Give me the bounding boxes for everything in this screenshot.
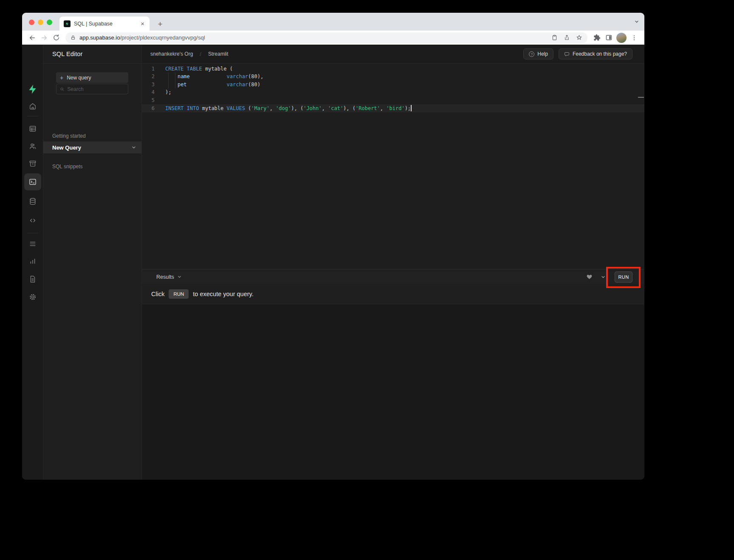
main-content: snehankekre's Org / Streamlit ? Help Fee… — [142, 45, 644, 480]
forward-icon[interactable] — [38, 32, 50, 44]
code-line-5: 5 — [142, 96, 644, 105]
code-line-2: 2 name varchar(80), — [142, 73, 644, 81]
message-suffix: to execute your query. — [193, 291, 253, 297]
line-number: 5 — [142, 96, 155, 105]
reload-icon[interactable] — [50, 32, 62, 44]
results-empty-area — [142, 304, 644, 480]
plus-icon: + — [60, 75, 63, 81]
tab-title: SQL | Supabase — [74, 21, 139, 27]
settings-gear-icon[interactable] — [28, 293, 37, 301]
auth-users-icon[interactable] — [28, 142, 37, 150]
database-icon[interactable] — [28, 197, 37, 206]
tab-search-chevron-icon[interactable] — [634, 19, 639, 24]
indent-guide — [175, 81, 175, 89]
text-cursor — [411, 105, 412, 111]
indent-guide — [175, 73, 175, 81]
search-icon — [60, 87, 65, 92]
page-title: SQL Editor — [52, 51, 82, 57]
close-tab-icon[interactable]: × — [139, 20, 146, 27]
sql-editor-sidebar: SQL Editor + New query Getting started W… — [43, 45, 142, 480]
url-path: /project/pldexcuqrnyedangvvpg/sql — [120, 34, 205, 41]
side-panel-icon[interactable] — [603, 32, 615, 44]
home-icon[interactable] — [28, 102, 37, 110]
editor-scrollbar-marker[interactable] — [638, 97, 644, 98]
code-line-3: 3 pet varchar(80) — [142, 81, 644, 89]
sidebar-item-new-query-selected[interactable]: New Query — [43, 141, 141, 153]
profile-avatar[interactable] — [616, 33, 627, 43]
url-text[interactable]: app.supabase.io/project/pldexcuqrnyedang… — [79, 34, 545, 41]
back-icon[interactable] — [26, 32, 38, 44]
extensions-puzzle-icon[interactable] — [591, 32, 603, 44]
lock-icon — [71, 35, 76, 40]
rail-divider — [27, 233, 38, 233]
browser-window: SQL | Supabase × + app.supabase.io/proje… — [22, 13, 644, 480]
browser-tab[interactable]: SQL | Supabase × — [59, 17, 150, 31]
api-code-icon[interactable] — [28, 216, 37, 225]
code-line-4: 4); — [142, 88, 644, 96]
minimize-window-button[interactable] — [38, 20, 43, 25]
supabase-logo-icon[interactable] — [27, 84, 38, 95]
url-domain: app.supabase.io — [79, 34, 120, 41]
indent-guide — [168, 73, 169, 81]
storage-icon[interactable] — [28, 159, 37, 168]
reports-chart-icon[interactable] — [28, 257, 37, 266]
code-lines: 1CREATE TABLE mytable (2 name varchar(80… — [142, 65, 644, 113]
breadcrumb-project[interactable]: Streamlit — [208, 51, 228, 57]
code-line-1: 1CREATE TABLE mytable ( — [142, 65, 644, 73]
line-number: 1 — [142, 65, 155, 73]
line-number: 6 — [142, 105, 155, 113]
nav-rail — [22, 45, 43, 480]
clipboard-icon[interactable] — [551, 34, 558, 41]
url-bar[interactable]: app.supabase.io/project/pldexcuqrnyedang… — [65, 32, 587, 43]
run-query-button[interactable]: RUN — [615, 272, 632, 283]
results-bar: Results RUN — [142, 269, 644, 284]
window-controls — [29, 20, 52, 25]
chevron-down-icon[interactable] — [131, 145, 136, 150]
new-query-button[interactable]: + New query — [56, 72, 128, 83]
feedback-button[interactable]: Feedback on this page? — [559, 48, 632, 59]
line-number: 2 — [142, 73, 155, 81]
sql-editor-terminal-icon[interactable] — [28, 178, 37, 186]
browser-toolbar: app.supabase.io/project/pldexcuqrnyedang… — [22, 31, 644, 45]
code-line-6: 6INSERT INTO mytable VALUES ('Mary', 'do… — [142, 105, 644, 113]
breadcrumb-separator: / — [200, 51, 201, 57]
search-box[interactable] — [56, 84, 128, 94]
message-prefix: Click — [151, 291, 164, 297]
help-button[interactable]: ? Help — [523, 48, 553, 59]
bookmark-star-icon[interactable] — [576, 34, 582, 41]
share-icon[interactable] — [564, 34, 570, 41]
close-window-button[interactable] — [29, 20, 34, 25]
sidebar-header: SQL Editor — [43, 45, 141, 64]
indent-guide — [168, 81, 169, 89]
supabase-favicon-icon — [64, 20, 71, 27]
sql-code-editor[interactable]: 1CREATE TABLE mytable (2 name varchar(80… — [142, 64, 644, 269]
comment-bubble-icon — [564, 51, 570, 57]
logs-list-icon[interactable] — [28, 240, 37, 248]
maximize-window-button[interactable] — [47, 20, 52, 25]
line-number: 3 — [142, 81, 155, 89]
run-key-badge: RUN — [169, 289, 189, 299]
table-editor-icon[interactable] — [28, 124, 37, 133]
chrome-menu-icon[interactable] — [628, 32, 640, 44]
rail-divider — [27, 116, 38, 116]
empty-results-message: Click RUN to execute your query. — [142, 284, 644, 304]
save-options-chevron-icon[interactable] — [601, 274, 606, 280]
section-heading-getting-started: Getting started — [52, 133, 86, 139]
new-tab-button[interactable]: + — [155, 19, 166, 30]
favorite-heart-icon[interactable] — [586, 274, 593, 280]
line-number: 4 — [142, 88, 155, 96]
chevron-down-icon — [177, 274, 182, 279]
search-input[interactable] — [68, 86, 124, 92]
docs-file-icon[interactable] — [28, 275, 37, 283]
results-dropdown[interactable]: Results — [156, 269, 182, 284]
section-heading-sql-snippets: SQL snippets — [52, 164, 83, 170]
tab-strip: SQL | Supabase × + — [22, 13, 644, 31]
help-icon: ? — [529, 51, 534, 57]
breadcrumb-header: snehankekre's Org / Streamlit ? Help Fee… — [142, 45, 644, 64]
breadcrumb-org[interactable]: snehankekre's Org — [150, 51, 193, 57]
